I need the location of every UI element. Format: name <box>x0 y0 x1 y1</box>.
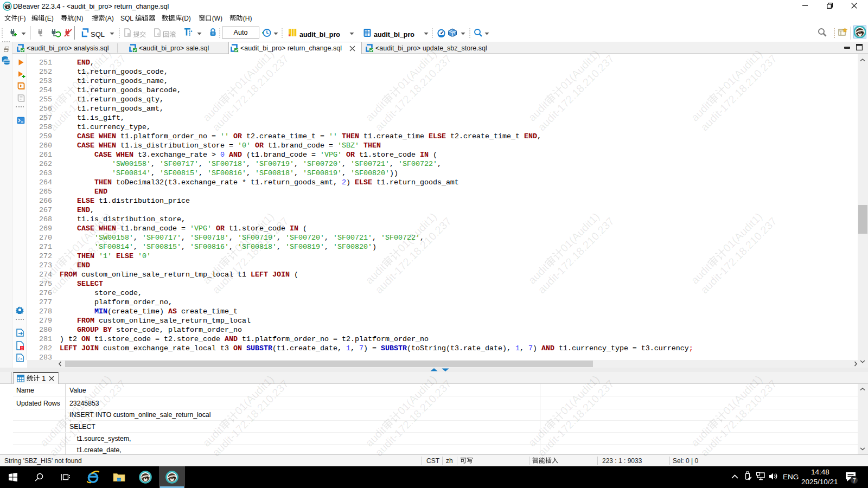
svg-text:(x): (x) <box>18 357 24 361</box>
svg-text:7: 7 <box>853 477 856 484</box>
